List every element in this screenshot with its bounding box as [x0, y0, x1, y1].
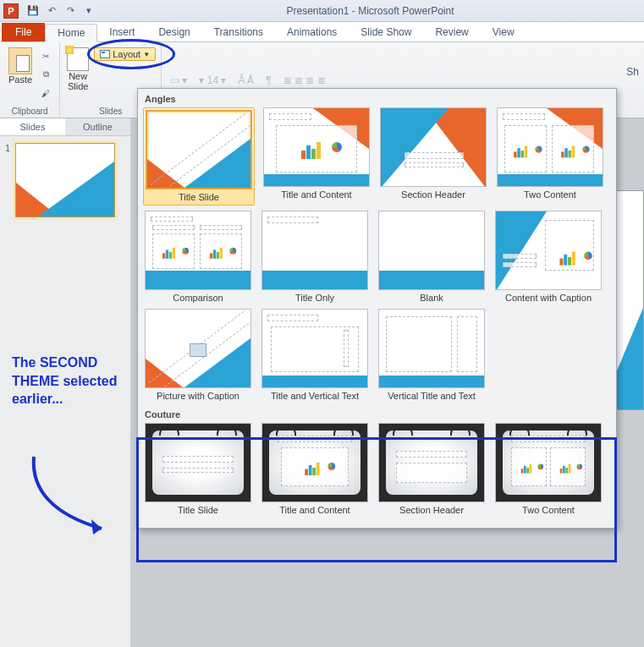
layout-button[interactable]: Layout ▼ — [94, 47, 156, 61]
layout-label: Title Slide — [177, 189, 221, 203]
gallery-grid-couture: Title Slide Title and Content Section He… — [141, 423, 613, 521]
layout-label: Layout — [113, 49, 140, 59]
title-bar: P 💾 ↶ ↷ ▾ Presentation1 - Microsoft Powe… — [0, 0, 644, 22]
slide-thumb — [15, 143, 115, 217]
layout-label: Comparison — [171, 290, 224, 304]
tab-slideshow[interactable]: Slide Show — [349, 23, 423, 41]
new-slide-icon — [67, 47, 89, 71]
slides-tab[interactable]: Slides — [0, 118, 65, 135]
tab-animations[interactable]: Animations — [275, 23, 349, 41]
layout-label: Two Content — [520, 502, 576, 516]
layout-title-slide[interactable]: Title Slide — [143, 107, 255, 206]
outline-tab[interactable]: Outline — [65, 118, 130, 135]
clipboard-group: Paste ✂ ⧉ 🖌 Clipboard — [0, 42, 60, 118]
new-slide-button[interactable]: New Slide — [65, 46, 91, 93]
qat-dropdown-icon[interactable]: ▾ — [81, 3, 96, 19]
layout-picture-with-caption[interactable]: Picture with Caption — [143, 309, 253, 402]
save-icon[interactable]: 💾 — [25, 3, 41, 19]
layout-label: Section Header — [398, 502, 465, 516]
layout-comparison[interactable]: Comparison — [143, 211, 253, 304]
layout-title-and-content[interactable]: Title and Content — [261, 107, 372, 206]
layout-icon — [100, 50, 110, 58]
layout-section-header[interactable]: Section Header — [378, 107, 488, 206]
layout-couture-title-content[interactable]: Title and Content — [260, 423, 370, 516]
new-slide-label: New Slide — [68, 71, 88, 91]
slides-group-label: Slides — [99, 105, 122, 116]
window-title: Presentation1 - Microsoft PowerPoint — [96, 5, 644, 17]
layout-label: Vertical Title and Text — [386, 388, 477, 402]
shapes-peek: Sh — [626, 66, 639, 78]
layout-vertical-title-text[interactable]: Vertical Title and Text — [377, 309, 487, 402]
layout-label: Title and Content — [278, 502, 351, 516]
slide-number: 1 — [5, 143, 10, 217]
gallery-section-couture: Couture — [141, 408, 613, 423]
gallery-section-angles: Angles — [141, 92, 613, 107]
quick-access-toolbar: 💾 ↶ ↷ ▾ — [25, 3, 96, 19]
tab-file[interactable]: File — [2, 23, 45, 41]
layout-two-content[interactable]: Two Content — [495, 107, 605, 206]
layout-blank[interactable]: Blank — [377, 211, 487, 304]
layout-title-only[interactable]: Title Only — [260, 211, 370, 304]
tab-view[interactable]: View — [481, 23, 526, 41]
layout-couture-two-content[interactable]: Two Content — [493, 423, 603, 516]
layout-label: Title and Content — [279, 187, 353, 200]
layout-couture-title-slide[interactable]: Title Slide — [143, 423, 253, 516]
slide-thumbnail-1[interactable]: 1 — [0, 136, 130, 224]
chevron-down-icon: ▼ — [143, 51, 150, 58]
paste-icon — [8, 47, 32, 74]
layout-content-with-caption[interactable]: Content with Caption — [493, 211, 603, 304]
undo-icon[interactable]: ↶ — [44, 3, 59, 19]
gallery-grid-angles: Title Slide Title and Content Section He… — [141, 107, 613, 408]
format-painter-icon[interactable]: 🖌 — [37, 85, 54, 101]
tab-design[interactable]: Design — [146, 23, 201, 41]
tab-transitions[interactable]: Transitions — [202, 23, 275, 41]
clipboard-group-label: Clipboard — [12, 105, 48, 116]
annotation-text: The SECOND THEME selected earlier... — [12, 354, 122, 408]
redo-icon[interactable]: ↷ — [63, 3, 78, 19]
layout-label: Title Only — [294, 290, 336, 304]
layout-couture-section-header[interactable]: Section Header — [377, 423, 487, 516]
tab-review[interactable]: Review — [423, 23, 480, 41]
layout-label: Two Content — [522, 187, 578, 200]
layout-label: Title and Vertical Text — [269, 388, 361, 402]
layout-label: Section Header — [399, 187, 467, 200]
paste-label: Paste — [8, 74, 32, 85]
app-icon: P — [3, 3, 19, 19]
tab-home[interactable]: Home — [45, 24, 97, 42]
layout-label: Content with Caption — [504, 290, 593, 304]
layout-label: Picture with Caption — [155, 388, 241, 402]
layout-label: Blank — [418, 290, 445, 304]
layout-label: Title Slide — [176, 502, 220, 516]
ribbon-tabs: File Home Insert Design Transitions Anim… — [0, 22, 644, 42]
layout-title-vertical-text[interactable]: Title and Vertical Text — [260, 309, 370, 402]
copy-icon[interactable]: ⧉ — [37, 66, 54, 83]
layout-gallery: Angles Title Slide Title and Content Sec… — [137, 88, 617, 529]
tab-insert[interactable]: Insert — [97, 23, 146, 41]
cut-icon[interactable]: ✂ — [37, 47, 54, 64]
paste-button[interactable]: Paste — [5, 46, 36, 101]
